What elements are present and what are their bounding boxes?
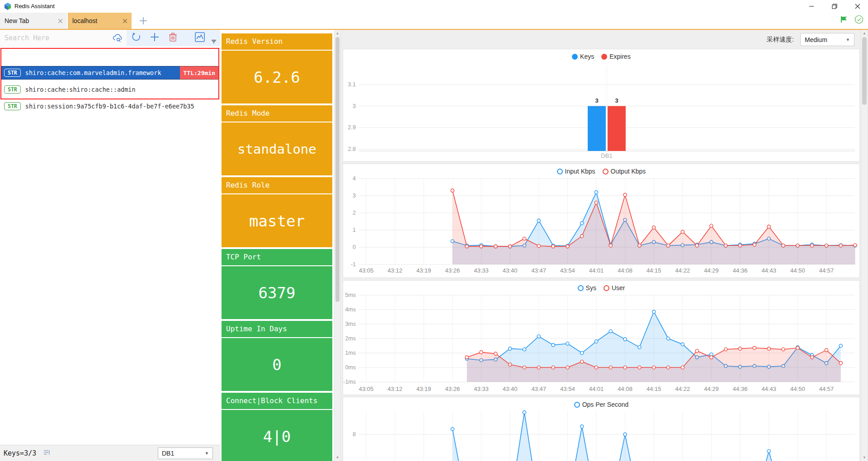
card-title: Uptime In Days (222, 321, 332, 337)
delete-key-icon[interactable] (168, 32, 178, 44)
scroll-up-icon[interactable]: ▲ (335, 31, 340, 35)
svg-text:44:08: 44:08 (618, 386, 632, 392)
svg-text:44:29: 44:29 (704, 267, 719, 274)
svg-text:5ms: 5ms (345, 292, 356, 298)
scroll-down-icon[interactable]: ▼ (335, 456, 340, 460)
list-settings-icon[interactable] (43, 449, 51, 457)
svg-text:44:36: 44:36 (733, 267, 748, 274)
chart-legend: Input KbpsOutput Kbps (343, 168, 859, 175)
svg-text:1ms: 1ms (345, 350, 356, 356)
main-area: STR shiro:cache:com.marveladmin.framewor… (0, 30, 868, 461)
legend-item[interactable]: Input Kbps (557, 168, 595, 175)
chevron-down-icon: ▼ (846, 38, 850, 42)
new-tab-button[interactable] (137, 14, 150, 27)
svg-text:44:15: 44:15 (646, 267, 661, 274)
svg-text:44:15: 44:15 (646, 386, 661, 392)
legend-label: Sys (586, 284, 596, 292)
sample-rate-dropdown[interactable]: Medium ▼ (800, 33, 854, 46)
card-value: 0 (222, 338, 332, 391)
chart-panel-keys-expires: KeysExpires3.132.92.833DB1 (343, 49, 860, 162)
search-input[interactable] (0, 30, 127, 46)
svg-text:43:47: 43:47 (531, 267, 546, 274)
key-row-selected[interactable]: STR shiro:cache:com.marveladmin.framewor… (1, 66, 219, 80)
stat-cards-column: Redis Version 6.2.6 Redis Mode standalon… (222, 30, 332, 461)
svg-text:43:33: 43:33 (474, 386, 489, 392)
svg-text:2.8: 2.8 (348, 146, 356, 152)
key-row[interactable]: STR shiro:cache:shiro:cache::admin (1, 83, 219, 96)
card-title: TCP Port (222, 249, 332, 265)
right-scrollbar[interactable]: ▲ ▼ (861, 30, 868, 461)
chart-legend: SysUser (343, 284, 859, 292)
svg-text:44:08: 44:08 (618, 267, 632, 274)
legend-item[interactable]: Keys (572, 53, 594, 60)
svg-text:4ms: 4ms (345, 306, 356, 313)
flag-icon[interactable] (840, 15, 848, 25)
legend-label: Output Kbps (611, 168, 646, 175)
title-bar: Redis Assistant (0, 0, 868, 13)
restore-button[interactable] (824, 0, 845, 13)
tab-label: localhost (72, 17, 119, 24)
card-value: 4|0 (222, 410, 332, 461)
svg-text:3: 3 (595, 97, 598, 104)
tab-localhost[interactable]: localhost (68, 13, 132, 29)
window-title: Redis Assistant (14, 3, 55, 9)
card-title: Redis Mode (222, 105, 332, 122)
svg-text:3: 3 (353, 103, 356, 109)
card-redis-role: Redis Role master (222, 177, 332, 247)
tab-close-icon[interactable] (123, 18, 127, 24)
add-key-icon[interactable] (150, 32, 160, 44)
sample-rate-value: Medium (805, 36, 827, 43)
card-title: Redis Version (222, 33, 332, 50)
scroll-up-icon[interactable]: ▲ (861, 31, 868, 35)
cloud-search-icon[interactable] (112, 33, 123, 45)
status-check-icon[interactable] (854, 15, 863, 26)
svg-text:0ms: 0ms (345, 364, 356, 371)
tab-label: New Tab (5, 17, 55, 24)
chevron-down-icon: ▼ (205, 451, 209, 456)
svg-text:4: 4 (353, 175, 356, 182)
scrollbar-thumb[interactable] (335, 37, 340, 302)
legend-item[interactable]: User (604, 284, 625, 292)
svg-text:44:01: 44:01 (589, 386, 604, 392)
svg-text:44:36: 44:36 (733, 386, 748, 392)
legend-label: Expires (609, 53, 631, 60)
middle-scrollbar[interactable]: ▲ ▼ (334, 30, 341, 461)
refresh-icon[interactable] (131, 32, 141, 44)
minimize-button[interactable] (801, 0, 822, 13)
scrollbar-thumb[interactable] (862, 37, 867, 105)
svg-text:43:05: 43:05 (359, 386, 374, 392)
legend-item[interactable]: Ops Per Second (574, 401, 629, 408)
svg-text:43:54: 43:54 (560, 386, 575, 392)
key-browser-panel: STR shiro:cache:com.marveladmin.framewor… (0, 30, 220, 461)
svg-text:1: 1 (353, 227, 356, 233)
svg-text:43:19: 43:19 (416, 386, 431, 392)
legend-item[interactable]: Sys (578, 284, 596, 292)
legend-item[interactable]: Expires (601, 53, 631, 60)
legend-marker-icon (603, 169, 609, 174)
db-select-dropdown[interactable]: DB1 ▼ (158, 447, 213, 459)
svg-text:43:12: 43:12 (387, 386, 402, 392)
tab-new-tab[interactable]: New Tab (0, 13, 67, 29)
close-button[interactable] (847, 0, 868, 13)
card-value: 6.2.6 (222, 51, 332, 103)
card-value: standalone (222, 122, 332, 175)
legend-item[interactable]: Output Kbps (603, 168, 646, 175)
bar-keys (588, 106, 606, 151)
chart-view-icon[interactable] (194, 32, 205, 44)
key-row[interactable]: STR shiro:session:9a75cfb9-b1c6-4daf-be7… (1, 99, 219, 113)
chart-panel-ops-per-second: Ops Per Second43:0543:1243:1943:2643:334… (343, 397, 860, 461)
db-select-value: DB1 (162, 450, 174, 457)
key-toolbar (0, 30, 220, 46)
filter-icon[interactable] (211, 38, 217, 46)
tab-close-icon[interactable] (58, 18, 62, 24)
card-value: 6379 (222, 266, 332, 319)
key-name: shiro:session:9a75cfb9-b1c6-4daf-be7f-e6… (25, 103, 219, 110)
svg-text:0: 0 (353, 244, 356, 250)
svg-text:44:43: 44:43 (761, 267, 776, 274)
key-type-badge: STR (4, 85, 21, 94)
card-redis-mode: Redis Mode standalone (222, 105, 332, 175)
app-window: Redis Assistant New Tab localhost (0, 0, 868, 461)
svg-text:44:43: 44:43 (761, 386, 776, 392)
scroll-down-icon[interactable]: ▼ (861, 456, 868, 460)
legend-marker-icon (578, 285, 584, 291)
